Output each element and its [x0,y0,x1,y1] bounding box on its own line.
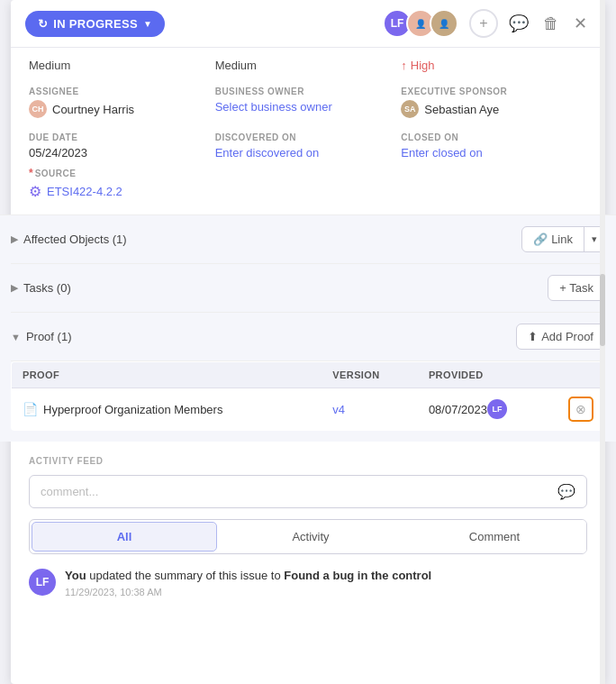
closed-on-label: CLOSED ON [401,132,587,142]
proof-header: ▼ Proof (1) ⬆ Add Proof [11,313,605,361]
scrollbar-track[interactable] [600,0,605,684]
assignee-name: Courtney Harris [52,103,134,116]
exec-sponsor-value: SA Sebastian Aye [401,100,587,118]
due-date-value: 05/24/2023 [29,146,215,160]
top-bar: ↻ IN PROGRESS ▼ LF 👤 👤 + 💬 🗑 ✕ [11,0,605,48]
closed-on-link[interactable]: Enter closed on [401,146,482,160]
business-owner-field: BUSINESS OWNER Select business owner [215,87,402,118]
priority-col2: Medium [215,59,402,72]
comment-box[interactable]: comment... 💬 [29,475,587,508]
proof-label: Proof (1) [26,330,72,343]
source-row: ⚙ ETSI422-4.2.2 [29,183,587,200]
activity-user-avatar: LF [29,569,56,596]
fields-grid: ASSIGNEE CH Courtney Harris BUSINESS OWN… [29,87,587,160]
business-owner-link[interactable]: Select business owner [215,100,332,114]
priority-col1: Medium [29,59,215,72]
comment-icon: 💬 [557,483,575,500]
link-icon: 🔗 [533,233,548,246]
close-button[interactable]: ✕ [570,10,591,37]
comment-placeholder[interactable]: comment... [41,485,557,498]
activity-you: You [65,569,86,582]
feed-tabs: All Activity Comment [29,519,587,554]
avatar-group: LF 👤 👤 [383,9,458,38]
tab-comment[interactable]: Comment [403,520,586,553]
avatar-user2: 👤 [430,9,458,38]
executive-sponsor-field: EXECUTIVE SPONSOR SA Sebastian Aye [401,87,587,118]
upload-icon: ⬆ [528,330,538,343]
status-icon: ↻ [38,17,48,31]
business-owner-label: BUSINESS OWNER [215,87,402,96]
exec-sponsor-name: Sebastian Aye [424,103,499,116]
tab-activity[interactable]: Activity [219,520,403,553]
proof-section: ▼ Proof (1) ⬆ Add Proof PROOF VERSION PR… [11,313,605,442]
assignee-value: CH Courtney Harris [29,100,215,118]
affected-objects-toggle[interactable]: ▶ Affected Objects (1) [11,233,127,246]
priority-arrow-icon: ↑ [401,59,407,72]
top-bar-right: LF 👤 👤 + 💬 🗑 ✕ [383,9,591,38]
proof-version-cell[interactable]: v4 [322,388,418,431]
source-label: SOURCE [35,169,77,178]
activity-item: LF You updated the summary of this issue… [29,567,587,597]
proof-unlink-button[interactable]: ⊗ [568,397,593,422]
activity-content: You updated the summary of this issue to… [65,567,431,597]
add-task-label: + Task [559,281,593,295]
affected-objects-arrow: ▶ [11,233,18,245]
due-date-field: DUE DATE 05/24/2023 [29,132,215,160]
add-task-button[interactable]: + Task [548,275,605,301]
activity-text-prefix: updated the summary of this issue to [89,569,284,582]
proof-action-cell[interactable]: ⊗ [557,388,605,431]
priority-row: Medium Medium ↑ High [29,59,587,72]
priority-col3: ↑ High [401,59,587,72]
business-owner-value[interactable]: Select business owner [215,100,402,114]
exec-sponsor-avatar: SA [401,100,419,118]
affected-objects-label: Affected Objects (1) [23,233,127,246]
proof-name-cell: 📄 Hyperproof Organization Members [12,388,322,431]
tasks-section: ▶ Tasks (0) + Task [11,264,605,313]
sections-area: ▶ Affected Objects (1) 🔗 Link ▾ ▶ Tasks … [0,214,616,442]
chat-button[interactable]: 💬 [505,10,532,37]
trash-button[interactable]: 🗑 [539,11,563,37]
caret-icon: ▾ [592,233,597,244]
proof-provider-avatar: LF [487,399,507,419]
status-chevron: ▼ [143,19,152,29]
assignee-field: ASSIGNEE CH Courtney Harris [29,87,215,118]
add-proof-button[interactable]: ⬆ Add Proof [516,324,605,350]
scrollbar-thumb[interactable] [600,274,605,346]
discovered-on-value[interactable]: Enter discovered on [215,146,402,160]
source-icon: ⚙ [29,183,41,200]
activity-feed: ACTIVITY FEED comment... 💬 All Activity … [11,442,605,597]
proof-name: Hyperproof Organization Members [43,403,222,416]
closed-on-field: CLOSED ON Enter closed on [401,132,587,160]
tab-all[interactable]: All [32,522,217,552]
unlink-icon: ⊗ [575,402,586,416]
feed-label: ACTIVITY FEED [29,456,587,466]
add-user-button[interactable]: + [469,9,498,38]
proof-version-link[interactable]: v4 [332,403,345,416]
proof-toggle[interactable]: ▼ Proof (1) [11,330,71,343]
tasks-toggle[interactable]: ▶ Tasks (0) [11,281,71,295]
activity-highlight: Found a bug in the control [284,569,431,582]
discovered-on-link[interactable]: Enter discovered on [215,146,320,160]
source-link[interactable]: ETSI422-4.2.2 [47,185,122,198]
proof-row: 📄 Hyperproof Organization Members v4 08/… [12,388,605,431]
proof-col-provided: PROVIDED [418,362,557,388]
assignee-avatar: CH [29,100,47,118]
due-date-label: DUE DATE [29,132,215,142]
affected-objects-section: ▶ Affected Objects (1) 🔗 Link ▾ [11,215,605,264]
exec-sponsor-label: EXECUTIVE SPONSOR [401,87,587,96]
proof-date: 08/07/2023 [429,403,487,416]
proof-table-header-row: PROOF VERSION PROVIDED [12,362,605,388]
proof-col-proof: PROOF [12,362,322,388]
link-button-label: Link [551,233,573,246]
proof-provided-cell: 08/07/2023 LF [418,388,557,431]
source-asterisk: * [29,167,33,179]
link-button-main[interactable]: 🔗 Link [522,227,584,251]
closed-on-value[interactable]: Enter closed on [401,146,587,160]
add-proof-label: Add Proof [541,330,593,343]
status-button[interactable]: ↻ IN PROGRESS ▼ [25,11,165,37]
activity-timestamp: 11/29/2023, 10:38 AM [65,587,431,597]
tasks-label: Tasks (0) [23,281,71,295]
proof-arrow: ▼ [11,332,21,342]
doc-icon: 📄 [23,402,38,416]
proof-table: PROOF VERSION PROVIDED 📄 Hyperproof Orga… [11,361,605,431]
